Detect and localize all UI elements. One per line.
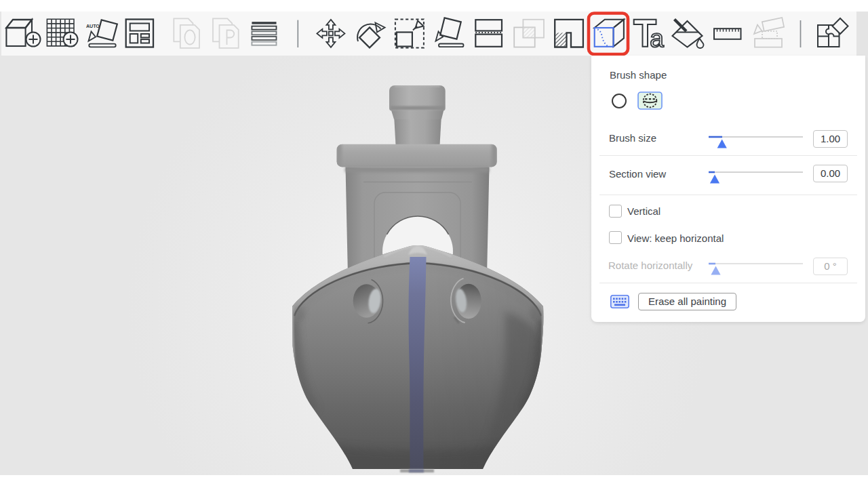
svg-text:AUTO: AUTO [86, 23, 100, 29]
